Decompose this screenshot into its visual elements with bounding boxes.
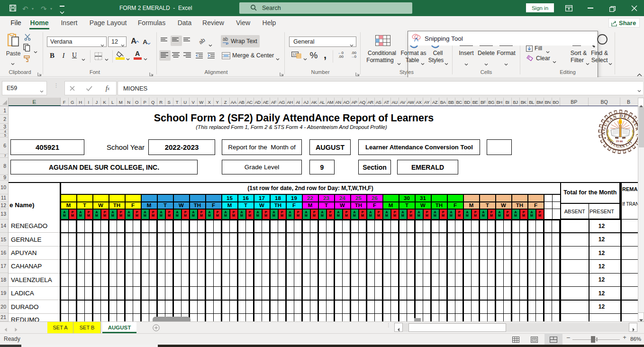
svg-text:19 66: 19 66 (616, 139, 623, 143)
